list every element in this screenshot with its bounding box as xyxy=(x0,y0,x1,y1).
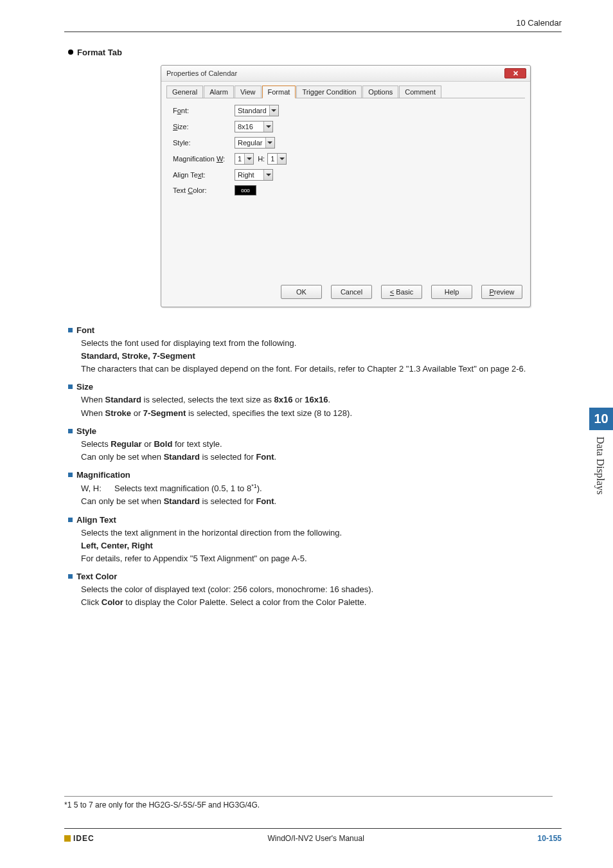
size-value: 8x16 xyxy=(235,123,263,131)
chevron-down-icon xyxy=(269,105,278,116)
align-value: Right xyxy=(235,171,263,179)
dialog-button-row: OK Cancel < Basic Help Preview xyxy=(161,278,530,307)
style-desc: Selects Regular or Bold for text style. … xyxy=(81,438,562,464)
page-footer: IDEC WindO/I-NV2 User's Manual 10-155 xyxy=(64,828,562,843)
align-text-select[interactable]: Right xyxy=(235,169,273,181)
tab-trigger-condition[interactable]: Trigger Condition xyxy=(296,86,362,98)
tab-view[interactable]: View xyxy=(235,86,262,98)
footnote: *1 5 to 7 are only for the HG2G-S/-5S/-5… xyxy=(64,796,553,809)
mag-h-value: 1 xyxy=(268,155,277,163)
tab-panel-format: Font: Standard Size: 8x16 Style: xyxy=(166,98,525,278)
align-text-label: Align Text: xyxy=(173,171,235,179)
style-value: Regular xyxy=(235,139,265,147)
font-desc: Selects the font used for displaying tex… xyxy=(81,337,562,375)
magnification-label: Magnification W: xyxy=(173,155,235,163)
mag-h-label: H: xyxy=(258,155,265,163)
magnification-w-select[interactable]: 1 xyxy=(235,153,254,165)
manual-title: WindO/I-NV2 User's Manual xyxy=(267,834,364,843)
align-desc: Selects the text alignment in the horizo… xyxy=(81,527,562,565)
chevron-down-icon xyxy=(244,154,253,164)
text-color-label: Text Color: xyxy=(173,186,235,194)
font-heading: Font xyxy=(76,325,94,335)
chevron-down-icon xyxy=(263,122,272,132)
tab-general[interactable]: General xyxy=(166,86,203,98)
text-color-swatch[interactable]: 000 xyxy=(235,185,256,195)
section-title: Format Tab xyxy=(68,48,562,57)
size-desc: When Standard is selected, selects the t… xyxy=(81,393,562,419)
style-label: Style: xyxy=(173,139,235,147)
section-title-text: Format Tab xyxy=(77,48,122,57)
chevron-down-icon xyxy=(277,154,286,164)
align-heading: Align Text xyxy=(76,515,116,525)
chapter-name-label: Data Displays xyxy=(589,430,611,501)
logo-square-icon xyxy=(64,835,71,842)
bullet-icon xyxy=(68,50,73,55)
chevron-down-icon xyxy=(263,170,272,180)
font-label: Font: xyxy=(173,107,235,114)
tab-comment[interactable]: Comment xyxy=(399,86,441,98)
dialog-tabs: General Alarm View Format Trigger Condit… xyxy=(161,82,530,98)
dialog-titlebar: Properties of Calendar ✕ xyxy=(161,66,530,82)
chapter-side-tab: 10 Data Displays xyxy=(589,408,613,501)
ok-button[interactable]: OK xyxy=(281,285,322,299)
square-bullet-icon xyxy=(68,473,73,477)
square-bullet-icon xyxy=(68,429,73,433)
size-label: Size: xyxy=(173,123,235,131)
size-select[interactable]: 8x16 xyxy=(235,121,273,132)
style-select[interactable]: Regular xyxy=(235,137,275,149)
dialog-title: Properties of Calendar xyxy=(166,69,237,77)
chapter-header: 10 Calendar xyxy=(64,18,562,32)
magnification-heading: Magnification xyxy=(76,470,130,480)
properties-dialog: Properties of Calendar ✕ General Alarm V… xyxy=(161,65,531,307)
size-heading: Size xyxy=(76,382,93,392)
text-color-desc: Selects the color of displayed text (col… xyxy=(81,583,562,609)
text-color-heading: Text Color xyxy=(76,572,117,581)
square-bullet-icon xyxy=(68,328,73,332)
close-button[interactable]: ✕ xyxy=(504,68,526,78)
preview-button[interactable]: Preview xyxy=(481,285,522,299)
square-bullet-icon xyxy=(68,384,73,389)
tab-alarm[interactable]: Alarm xyxy=(204,86,234,98)
mag-w-value: 1 xyxy=(235,155,244,163)
magnification-h-select[interactable]: 1 xyxy=(267,153,287,165)
magnification-desc: W, H: Selects text magnification (0.5, 1… xyxy=(81,482,562,509)
cancel-button[interactable]: Cancel xyxy=(331,285,372,299)
idec-logo: IDEC xyxy=(64,834,94,843)
square-bullet-icon xyxy=(68,574,73,579)
tab-options[interactable]: Options xyxy=(362,86,398,98)
style-heading: Style xyxy=(76,426,96,436)
tab-format[interactable]: Format xyxy=(262,86,296,98)
basic-button[interactable]: < Basic xyxy=(381,285,422,299)
square-bullet-icon xyxy=(68,518,73,522)
font-select[interactable]: Standard xyxy=(235,105,279,116)
font-value: Standard xyxy=(235,107,269,114)
help-button[interactable]: Help xyxy=(431,285,472,299)
chapter-number-badge: 10 xyxy=(589,408,613,430)
page-number: 10-155 xyxy=(538,834,562,843)
chevron-down-icon xyxy=(265,138,274,148)
